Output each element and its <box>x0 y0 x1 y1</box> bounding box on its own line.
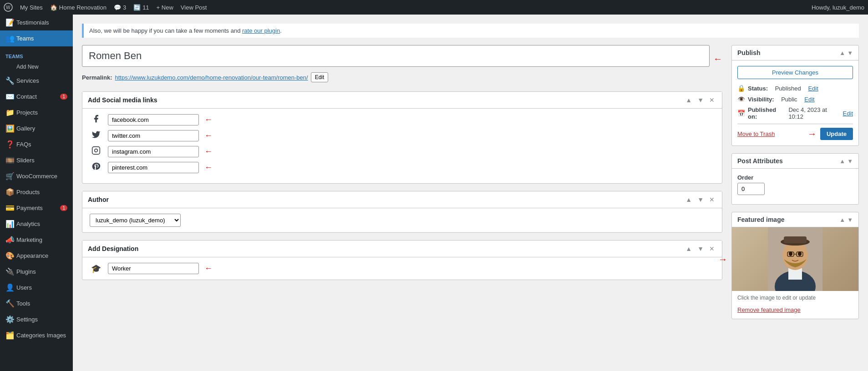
instagram-input[interactable] <box>108 146 199 157</box>
pinterest-input[interactable] <box>108 162 199 173</box>
sidebar-item-add-new[interactable]: Add New <box>0 61 73 73</box>
publish-title: Publish <box>737 49 761 56</box>
updates-item[interactable]: 🔄 11 <box>133 4 149 11</box>
sidebar-item-payments[interactable]: 💳 Payments 1 <box>0 200 73 216</box>
pinterest-arrow: ← <box>204 163 213 172</box>
sidebar-item-contact[interactable]: ✉️ Contact 1 <box>0 89 73 105</box>
testimonials-icon: 📝 <box>5 18 13 27</box>
permalink-row: Permalink: https://www.luzukdemo.com/dem… <box>82 72 722 82</box>
my-sites-item[interactable]: My Sites <box>20 4 43 11</box>
view-post-item[interactable]: View Post <box>181 4 207 11</box>
facebook-input[interactable] <box>108 114 199 125</box>
social-links-controls: ▲ ▼ ✕ <box>684 95 716 105</box>
sidebar-item-projects[interactable]: 📁 Projects <box>0 105 73 120</box>
sidebar-item-teams[interactable]: 👥 Teams <box>0 30 73 46</box>
remove-featured-link[interactable]: Remove featured image <box>737 306 801 313</box>
featured-image-down[interactable]: ▼ <box>847 216 853 223</box>
sidebar-item-woocommerce[interactable]: 🛒 WooCommerce <box>0 168 73 184</box>
preview-changes-button[interactable]: Preview Changes <box>737 66 853 79</box>
instagram-icon <box>90 146 102 157</box>
featured-image-title: Featured image <box>737 216 784 223</box>
author-collapse-down[interactable]: ▼ <box>695 195 706 204</box>
post-body-content: ← Permalink: https://www.luzukdemo.com/d… <box>82 45 722 287</box>
rate-plugin-link[interactable]: rate our plugin <box>242 27 280 34</box>
sidebar-item-sliders[interactable]: 🎞️ Sliders <box>0 152 73 168</box>
visibility-icon: 👁️ <box>737 95 745 103</box>
woocommerce-icon: 🛒 <box>5 172 13 180</box>
order-input[interactable] <box>737 183 765 195</box>
permalink-label: Permalink: <box>82 74 112 81</box>
analytics-icon: 📊 <box>5 220 13 228</box>
designation-collapse-down[interactable]: ▼ <box>695 244 706 253</box>
post-attributes-down[interactable]: ▼ <box>847 158 853 165</box>
projects-icon: 📁 <box>5 108 13 117</box>
teams-section-label: Teams <box>0 46 73 61</box>
twitter-input[interactable] <box>108 130 199 141</box>
sidebar-item-tools[interactable]: 🔨 Tools <box>0 296 73 311</box>
visibility-label: Visibility: <box>748 96 774 103</box>
sidebar-item-testimonials[interactable]: 📝 Testimonials <box>0 15 73 30</box>
post-attributes-body: Order <box>732 169 858 204</box>
plugins-icon: 🔌 <box>5 267 13 276</box>
author-select[interactable]: luzuk_demo (luzuk_demo) <box>90 214 181 227</box>
status-edit-link[interactable]: Edit <box>808 85 818 92</box>
designation-title: Add Designation <box>88 245 684 252</box>
sidebar-item-categories-images[interactable]: 🗂️ Categories Images <box>0 327 73 343</box>
payments-icon: 💳 <box>5 204 13 212</box>
publish-header: Publish ▲ ▼ <box>732 45 858 60</box>
social-links-header: Add Social media links ▲ ▼ ✕ <box>82 92 722 109</box>
settings-icon: ⚙️ <box>5 315 13 324</box>
sidebar-item-analytics[interactable]: 📊 Analytics <box>0 216 73 232</box>
social-links-body: ← ← <box>82 109 722 183</box>
notice-bar: Also, we will be happy if you can take a… <box>82 24 859 38</box>
sidebar-item-gallery[interactable]: 🖼️ Gallery <box>0 120 73 136</box>
author-close[interactable]: ✕ <box>707 195 716 204</box>
designation-collapse-up[interactable]: ▲ <box>684 244 694 253</box>
visibility-row: 👁️ Visibility: Public Edit <box>737 95 853 103</box>
published-label: Published on: <box>748 106 782 120</box>
sidebar-item-settings[interactable]: ⚙️ Settings <box>0 311 73 327</box>
new-item[interactable]: + New <box>157 4 173 11</box>
social-links-collapse-down[interactable]: ▼ <box>695 95 706 105</box>
sidebar-item-plugins[interactable]: 🔌 Plugins <box>0 264 73 280</box>
designation-input[interactable] <box>108 263 199 274</box>
featured-image-thumbnail[interactable] <box>732 227 858 291</box>
post-title-input[interactable] <box>82 45 710 67</box>
sidebar-item-users[interactable]: 👤 Users <box>0 280 73 296</box>
comments-item[interactable]: 💬 3 <box>114 4 126 11</box>
svg-rect-9 <box>784 236 807 243</box>
visibility-edit-link[interactable]: Edit <box>804 96 814 103</box>
sidebar-item-products[interactable]: 📦 Products <box>0 184 73 200</box>
sidebar-item-services[interactable]: 🔧 Services <box>0 73 73 89</box>
marketing-icon: 📣 <box>5 236 13 244</box>
sidebar-item-faqs[interactable]: ❓ FAQs <box>0 136 73 152</box>
wp-logo-item[interactable]: W <box>4 3 13 12</box>
featured-image-header: Featured image ▲ ▼ <box>732 212 858 227</box>
move-to-trash-link[interactable]: Move to Trash <box>737 130 775 137</box>
author-header: Author ▲ ▼ ✕ <box>82 191 722 208</box>
published-edit-link[interactable]: Edit <box>843 110 853 117</box>
featured-image-up[interactable]: ▲ <box>839 216 845 223</box>
permalink-edit-button[interactable]: Edit <box>311 72 329 82</box>
featured-image-arrow: → <box>718 254 727 265</box>
publish-collapse-up[interactable]: ▲ <box>839 50 845 56</box>
post-attributes-header: Post Attributes ▲ ▼ <box>732 154 858 169</box>
admin-bar: W My Sites 🏠 Home Renovation 💬 3 🔄 11 + … <box>0 0 868 15</box>
status-row: 🔒 Status: Published Edit <box>737 85 853 92</box>
sidebar-item-appearance[interactable]: 🎨 Appearance <box>0 248 73 264</box>
author-collapse-up[interactable]: ▲ <box>684 195 694 204</box>
permalink-url[interactable]: https://www.luzukdemo.com/demo/home-reno… <box>115 74 308 81</box>
title-arrow: ← <box>713 54 722 64</box>
publish-collapse-down[interactable]: ▼ <box>847 50 853 56</box>
services-icon: 🔧 <box>5 76 13 85</box>
sliders-icon: 🎞️ <box>5 156 13 165</box>
sidebar-item-marketing[interactable]: 📣 Marketing <box>0 232 73 248</box>
howdy-text: Howdy, luzuk_demo <box>812 4 864 11</box>
post-attributes-up[interactable]: ▲ <box>839 158 845 165</box>
social-links-close[interactable]: ✕ <box>707 95 716 105</box>
designation-close[interactable]: ✕ <box>707 244 716 253</box>
site-name-item[interactable]: 🏠 Home Renovation <box>50 4 107 11</box>
update-button[interactable]: Update <box>820 128 853 140</box>
users-icon: 👤 <box>5 283 13 292</box>
social-links-collapse-up[interactable]: ▲ <box>684 95 694 105</box>
